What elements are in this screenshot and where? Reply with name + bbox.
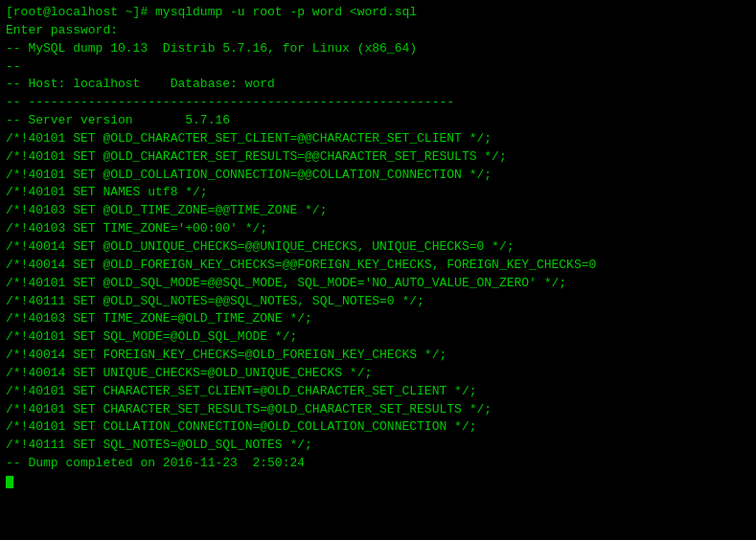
terminal-line: /*!40101 SET NAMES utf8 */; — [6, 184, 750, 202]
terminal-window[interactable]: [root@localhost ~]# mysqldump -u root -p… — [0, 0, 756, 540]
terminal-line: /*!40101 SET @OLD_COLLATION_CONNECTION=@… — [6, 167, 750, 185]
terminal-line: -- Host: localhost Database: word — [6, 76, 750, 94]
terminal-line — [6, 473, 750, 491]
terminal-line: -- -------------------------------------… — [6, 94, 750, 112]
terminal-line: -- Server version 5.7.16 — [6, 112, 750, 130]
terminal-line: -- MySQL dump 10.13 Distrib 5.7.16, for … — [6, 40, 750, 58]
terminal-line: /*!40101 SET COLLATION_CONNECTION=@OLD_C… — [6, 418, 750, 437]
terminal-line: /*!40101 SET @OLD_SQL_MODE=@@SQL_MODE, S… — [6, 275, 750, 293]
terminal-line: /*!40111 SET SQL_NOTES=@OLD_SQL_NOTES */… — [6, 437, 750, 455]
terminal-line: /*!40103 SET TIME_ZONE='+00:00' */; — [6, 220, 750, 238]
terminal-line: /*!40103 SET TIME_ZONE=@OLD_TIME_ZONE */… — [6, 310, 750, 328]
terminal-line: /*!40101 SET @OLD_CHARACTER_SET_RESULTS=… — [6, 148, 750, 167]
terminal-line: /*!40014 SET UNIQUE_CHECKS=@OLD_UNIQUE_C… — [6, 365, 750, 383]
terminal-output: [root@localhost ~]# mysqldump -u root -p… — [6, 4, 750, 491]
terminal-line: [root@localhost ~]# mysqldump -u root -p… — [6, 4, 750, 22]
terminal-line: /*!40014 SET @OLD_UNIQUE_CHECKS=@@UNIQUE… — [6, 238, 750, 257]
terminal-line: /*!40101 SET @OLD_CHARACTER_SET_CLIENT=@… — [6, 130, 750, 148]
terminal-line: -- Dump completed on 2016-11-23 2:50:24 — [6, 455, 750, 473]
terminal-line: Enter password: — [6, 22, 750, 40]
terminal-line: /*!40101 SET CHARACTER_SET_CLIENT=@OLD_C… — [6, 383, 750, 401]
terminal-line: /*!40014 SET @OLD_FOREIGN_KEY_CHECKS=@@F… — [6, 257, 750, 275]
terminal-line: /*!40111 SET @OLD_SQL_NOTES=@@SQL_NOTES,… — [6, 293, 750, 311]
terminal-line: /*!40101 SET CHARACTER_SET_RESULTS=@OLD_… — [6, 401, 750, 419]
terminal-line: /*!40101 SET SQL_MODE=@OLD_SQL_MODE */; — [6, 328, 750, 347]
cursor-block — [6, 476, 13, 488]
terminal-line: -- — [6, 58, 750, 77]
terminal-line: /*!40014 SET FOREIGN_KEY_CHECKS=@OLD_FOR… — [6, 347, 750, 365]
terminal-line: /*!40103 SET @OLD_TIME_ZONE=@@TIME_ZONE … — [6, 202, 750, 220]
